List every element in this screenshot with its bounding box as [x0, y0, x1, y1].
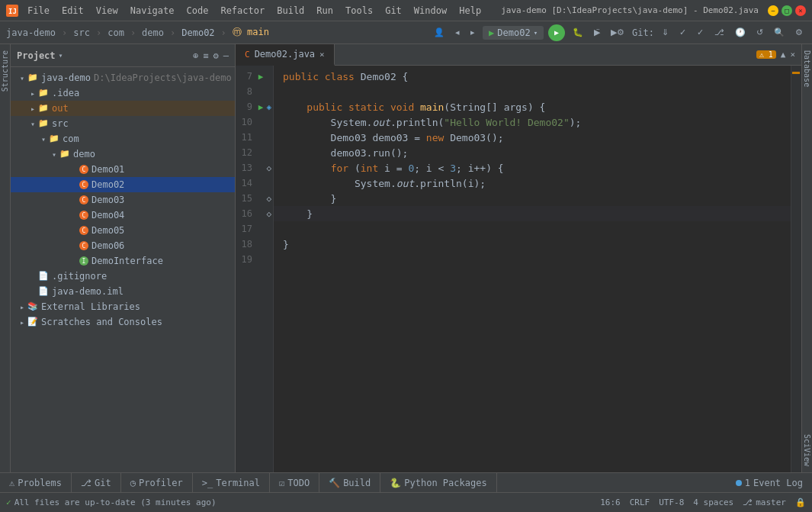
git-tab-label: Git: [95, 478, 111, 488]
search-button[interactable]: 🔍: [771, 26, 788, 39]
forward-button[interactable]: ▸: [467, 26, 478, 39]
terminal-tab[interactable]: >_ Terminal: [193, 473, 270, 492]
panel-hide-icon[interactable]: —: [223, 50, 229, 61]
profiler-tab[interactable]: ◷ Profiler: [121, 473, 193, 492]
line-ending[interactable]: CRLF: [630, 498, 650, 507]
close-button[interactable]: ×: [795, 5, 806, 16]
tree-item-demo01[interactable]: ▸ C Demo01: [11, 162, 235, 177]
close-tabs-icon[interactable]: ×: [790, 50, 795, 60]
menu-tools[interactable]: Tools: [341, 4, 377, 18]
code-line-12: demo03.run();: [274, 145, 791, 160]
tree-item-demointerface[interactable]: ▸ I DemoInterface: [11, 253, 235, 269]
debug-button[interactable]: 🐛: [570, 26, 586, 39]
event-log-tab[interactable]: 1 Event Log: [727, 473, 812, 492]
code-line-16: }: [274, 206, 791, 221]
menu-file[interactable]: File: [23, 4, 54, 18]
menu-edit[interactable]: Edit: [57, 4, 88, 18]
tree-item-demo02[interactable]: ▸ C Demo02: [11, 177, 235, 192]
menu-help[interactable]: Help: [454, 4, 486, 18]
python-icon: 🐍: [390, 478, 401, 488]
git-branch-button[interactable]: ⎇: [711, 26, 727, 39]
bookmark-16[interactable]: ◇: [265, 209, 273, 219]
project-panel-title: Project: [17, 50, 56, 61]
code-line-11: Demo03 demo03 = new Demo03();: [274, 130, 791, 145]
run-config-selector[interactable]: ▶ Demo02 ▾: [483, 26, 544, 40]
project-header: Project ▾ ⊕ ≡ ⚙ —: [11, 44, 235, 67]
vcs-branch[interactable]: ⎇ master: [743, 498, 786, 507]
project-title-dropdown[interactable]: ▾: [59, 51, 63, 60]
tree-item-gitignore[interactable]: ▸ 📄 .gitignore: [11, 269, 235, 284]
menu-navigate[interactable]: Navigate: [126, 4, 179, 18]
indent-setting[interactable]: 4 spaces: [693, 498, 733, 507]
more-run-button[interactable]: ▶⚙: [608, 26, 627, 39]
run-coverage-button[interactable]: ▶̈: [591, 26, 603, 39]
tree-item-out[interactable]: ▸ 📁 out: [11, 101, 235, 116]
editor-tab-demo02[interactable]: C Demo02.java ×: [236, 44, 335, 66]
tree-label-demo06: Demo06: [91, 240, 124, 251]
tree-item-ext-libs[interactable]: ▸ 📚 External Libraries: [11, 299, 235, 314]
settings-button[interactable]: ⚙: [792, 26, 806, 39]
tree-item-demo06[interactable]: ▸ C Demo06: [11, 238, 235, 253]
git-commit-button[interactable]: ✓: [676, 26, 689, 39]
locate-icon[interactable]: ⊕: [193, 50, 198, 61]
git-update-button[interactable]: ⇓: [659, 26, 672, 39]
menu-refactor[interactable]: Refactor: [216, 4, 269, 18]
tree-item-demo03[interactable]: ▸ C Demo03: [11, 192, 235, 208]
panel-settings-icon[interactable]: ⚙: [213, 50, 219, 61]
code-editor[interactable]: public class Demo02 { public static void…: [274, 66, 791, 472]
minimize-button[interactable]: −: [768, 5, 778, 16]
tree-item-scratches[interactable]: ▸ 📝 Scratches and Consoles: [11, 314, 235, 330]
bookmark-15[interactable]: ◇: [265, 194, 273, 204]
breadcrumb-com[interactable]: com: [108, 27, 124, 38]
menu-git[interactable]: Git: [380, 4, 406, 18]
sciview-tab[interactable]: SciView: [801, 428, 812, 472]
tree-item-iml[interactable]: ▸ 📄 java-demo.iml: [11, 284, 235, 299]
python-packages-tab[interactable]: 🐍 Python Packages: [380, 473, 496, 492]
profiler-label: Profiler: [139, 478, 183, 488]
run-line-arrow-7[interactable]: ▶: [257, 72, 265, 82]
tab-close-button[interactable]: ×: [319, 50, 325, 60]
menu-window[interactable]: Window: [409, 4, 451, 18]
right-gutter: [791, 66, 801, 472]
tree-item-src[interactable]: ▾ 📁 src: [11, 116, 235, 131]
database-tab[interactable]: Database: [801, 44, 812, 93]
build-icon: 🔨: [329, 478, 340, 488]
breadcrumb-demo02[interactable]: Demo02: [181, 27, 214, 38]
cursor-position[interactable]: 16:6: [600, 498, 621, 507]
menu-build[interactable]: Build: [272, 4, 309, 18]
breadcrumb-src[interactable]: src: [73, 27, 90, 38]
menu-view[interactable]: View: [91, 4, 123, 18]
python-label: Python Packages: [404, 478, 486, 488]
problems-tab[interactable]: ⚠ Problems: [0, 473, 72, 492]
tree-item-root[interactable]: ▾ 📁 java-demo D:\IdeaProjects\java-demo: [11, 70, 235, 85]
tree-item-demo[interactable]: ▾ 📁 demo: [11, 147, 235, 162]
breadcrumb-main[interactable]: ⓜ main: [233, 26, 269, 39]
expand-tabs-icon[interactable]: ▲: [781, 50, 786, 60]
code-line-15: }: [274, 191, 791, 206]
breadcrumb-demo[interactable]: demo: [142, 27, 164, 38]
undo-button[interactable]: ↺: [753, 26, 766, 39]
tree-item-com[interactable]: ▾ 📁 com: [11, 131, 235, 147]
tree-item-demo05[interactable]: ▸ C Demo05: [11, 223, 235, 238]
run-line-arrow-9[interactable]: ▶: [257, 102, 265, 112]
collapse-icon[interactable]: ≡: [203, 50, 208, 61]
menu-code[interactable]: Code: [182, 4, 213, 18]
todo-tab[interactable]: ☑ TODO: [270, 473, 319, 492]
breadcrumb-app[interactable]: java-demo: [6, 27, 56, 38]
back-button[interactable]: ◂: [452, 26, 463, 39]
tree-item-demo04[interactable]: ▸ C Demo04: [11, 208, 235, 223]
menu-run[interactable]: Run: [312, 4, 338, 18]
git-push-button[interactable]: ✓: [694, 26, 707, 39]
bookmark-13[interactable]: ◇: [265, 163, 273, 173]
history-button[interactable]: 🕐: [732, 26, 749, 39]
profile-button[interactable]: 👤: [431, 26, 448, 39]
run-button[interactable]: ▶: [548, 24, 565, 41]
encoding[interactable]: UTF-8: [659, 498, 684, 507]
bookmark-9[interactable]: ◈: [265, 102, 273, 112]
structure-tab[interactable]: Structure: [0, 44, 11, 98]
git-tab[interactable]: ⎇ Git: [72, 473, 121, 492]
maximize-button[interactable]: □: [782, 5, 792, 16]
code-padding: [274, 267, 791, 420]
build-tab[interactable]: 🔨 Build: [319, 473, 380, 492]
tree-item-idea[interactable]: ▸ 📁 .idea: [11, 85, 235, 101]
